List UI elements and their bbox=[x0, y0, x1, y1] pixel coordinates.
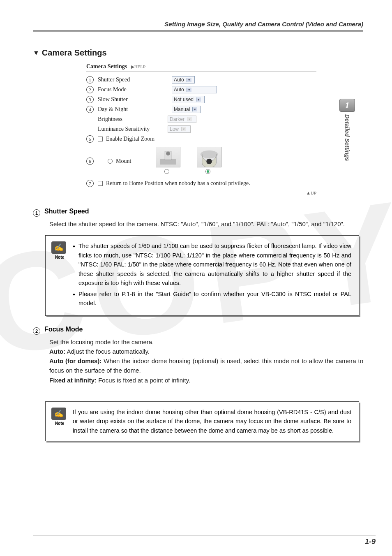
chapter-label: Detailed Settings bbox=[344, 114, 350, 161]
checkbox-return-home[interactable] bbox=[98, 181, 103, 186]
mount-thumb-dome bbox=[197, 147, 221, 167]
focus-auto-label: Auto: bbox=[49, 348, 65, 355]
note1-bullet2: Please refer to P.1-8 in the "Start Guid… bbox=[73, 290, 351, 308]
panel-title: Camera Settings bbox=[86, 63, 127, 70]
label-day-night: Day & Night bbox=[98, 106, 172, 113]
label-luminance: Luminance Sensitivity bbox=[98, 126, 168, 132]
marker-2: 2 bbox=[86, 86, 94, 93]
radio-mount-box[interactable] bbox=[164, 169, 169, 174]
up-link[interactable]: ▲UP bbox=[86, 190, 316, 195]
focus-intro: Set the focusing mode for the camera. bbox=[49, 337, 363, 347]
chevron-down-icon: ▾ bbox=[196, 97, 201, 102]
focus-domes-label: Auto (for domes): bbox=[49, 357, 101, 364]
label-focus-mode: Focus Mode bbox=[98, 86, 172, 93]
label-mount: Mount bbox=[116, 158, 131, 164]
shutter-text: Select the shutter speed for the camera.… bbox=[49, 219, 363, 229]
label-return-home: Return to Home Position when nobody has … bbox=[106, 180, 250, 187]
svg-point-2 bbox=[166, 152, 171, 156]
label-digital-zoom: Enable Digital Zoom bbox=[106, 136, 154, 142]
marker-7: 7 bbox=[86, 180, 94, 187]
marker-5: 5 bbox=[86, 135, 94, 143]
label-slow-shutter: Slow Shutter bbox=[98, 96, 172, 103]
note-box-1: ✍ Note The shutter speeds of 1/60 and 1/… bbox=[45, 235, 359, 315]
select-focus-mode[interactable]: Auto▾ bbox=[172, 86, 217, 93]
note-label: Note bbox=[51, 255, 68, 259]
select-day-night[interactable]: Manual▾ bbox=[172, 106, 201, 113]
chevron-down-icon: ▾ bbox=[181, 127, 186, 131]
triangle-icon: ▼ bbox=[33, 49, 39, 57]
footer-rule bbox=[33, 535, 376, 535]
chevron-down-icon: ▾ bbox=[187, 117, 192, 121]
section-title: ▼Camera Settings bbox=[33, 48, 363, 58]
label-brightness: Brightness bbox=[98, 116, 168, 123]
select-luminance: Low▾ bbox=[168, 125, 191, 133]
running-header: Setting Image Size, Quality and Camera C… bbox=[33, 21, 363, 32]
note2-text: If you are using the indoor dome housing… bbox=[73, 408, 351, 435]
label-shutter-speed: Shutter Speed bbox=[98, 76, 172, 83]
page-number: 1-9 bbox=[365, 537, 376, 546]
radio-mount-1[interactable] bbox=[108, 159, 113, 164]
marker-1: 1 bbox=[86, 76, 94, 83]
marker-1b: 1 bbox=[33, 209, 40, 217]
camera-settings-panel: Camera Settings ▶HELP 1 Shutter Speed Au… bbox=[86, 63, 316, 195]
marker-2b: 2 bbox=[33, 327, 40, 335]
chapter-number: 1 bbox=[339, 99, 355, 112]
item-focus: 2Focus Mode Set the focusing mode for th… bbox=[33, 326, 363, 385]
item-shutter: 1Shutter Speed Select the shutter speed … bbox=[33, 208, 363, 229]
focus-auto-text: Adjust the focus automatically. bbox=[65, 348, 150, 355]
help-link[interactable]: ▶HELP bbox=[131, 64, 146, 69]
marker-4: 4 bbox=[86, 106, 94, 113]
svg-point-4 bbox=[207, 159, 212, 164]
side-tab: 1 Detailed Settings bbox=[339, 99, 355, 161]
note1-bullet1: The shutter speeds of 1/60 and 1/100 can… bbox=[73, 241, 351, 287]
chevron-down-icon: ▾ bbox=[187, 88, 191, 92]
focus-inf-label: Fixed at infinity: bbox=[49, 377, 97, 384]
note-icon: ✍ bbox=[51, 408, 66, 420]
select-brightness: Darker▾ bbox=[168, 116, 196, 123]
focus-inf-text: Focus is fixed at a point of infinity. bbox=[97, 377, 190, 384]
note-label: Note bbox=[51, 421, 68, 426]
select-shutter-speed[interactable]: Auto▾ bbox=[172, 76, 195, 83]
svg-point-3 bbox=[201, 151, 218, 158]
note-box-2: ✍ Note If you are using the indoor dome … bbox=[45, 401, 359, 441]
mount-thumb-box bbox=[156, 147, 180, 167]
radio-mount-dome[interactable] bbox=[205, 169, 210, 174]
chevron-down-icon: ▾ bbox=[187, 78, 191, 82]
marker-6: 6 bbox=[86, 158, 94, 165]
select-slow-shutter[interactable]: Not used▾ bbox=[172, 96, 205, 103]
checkbox-digital-zoom[interactable] bbox=[98, 137, 103, 141]
chevron-down-icon: ▾ bbox=[192, 107, 197, 111]
marker-3: 3 bbox=[86, 96, 94, 103]
note-icon: ✍ bbox=[51, 241, 66, 254]
